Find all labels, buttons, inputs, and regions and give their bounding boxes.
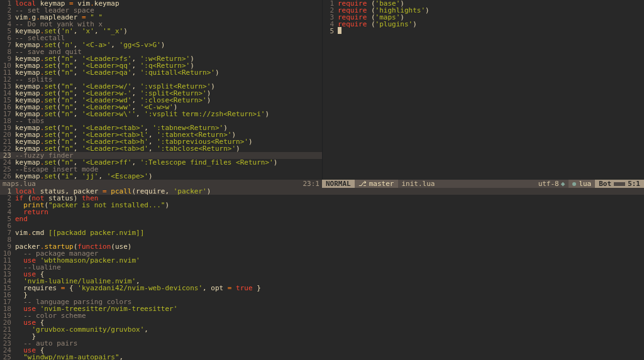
code-line[interactable]: 5end [0, 215, 644, 222]
code-line[interactable]: 4 return [0, 209, 644, 215]
text-cursor [338, 27, 341, 34]
encoding-label: utf-8 ◆ [535, 180, 569, 188]
code-line[interactable]: 21 'gruvbox-community/gruvbox', [0, 326, 644, 333]
code-line[interactable]: 4require ('plugins') [323, 21, 644, 28]
code-line[interactable]: 17keymap.set("n", '<Leader>w\'', ':vspli… [0, 111, 322, 117]
pane-plugins-lua[interactable]: 1local status, packer = pcall(require, '… [0, 188, 644, 360]
code-content [338, 27, 341, 35]
code-content: requires = { 'kyazdani42/nvim-web-devico… [15, 285, 261, 292]
code-content: keymap.set("i", 'jj', '<Escape>') [15, 173, 153, 180]
pane-init-lua[interactable]: 1require ('base')2require ('highlights')… [322, 0, 644, 180]
code-line[interactable]: 11 use 'wbthomason/packer.nvim' [0, 257, 644, 264]
code-line[interactable]: 22 } [0, 333, 644, 340]
scroll-indicator-icon [614, 182, 625, 186]
position-label: Bot 5:1 [595, 180, 644, 188]
code-line[interactable]: 18 use 'nvim-treesitter/nvim-treesitter' [0, 305, 644, 312]
code-line[interactable]: 5 [323, 28, 644, 35]
mode-indicator: NORMAL [322, 180, 355, 188]
branch-icon: ⎇ [358, 180, 367, 187]
unix-icon: ◆ [561, 180, 565, 187]
cursor-pos-label: 23:1 [303, 180, 320, 187]
code-content: require ('plugins') [338, 21, 417, 28]
code-line[interactable]: 3 print("packer is not installed...") [0, 202, 644, 209]
filename-label: init.lua [398, 180, 439, 188]
code-line[interactable]: 23 -- auto pairs [0, 340, 644, 347]
lua-icon [572, 182, 576, 186]
line-number: 25 [1, 354, 15, 360]
statusline-init-active: NORMAL ⎇ master init.lua utf-8 ◆ lua Bot… [322, 180, 644, 188]
pane-maps-lua[interactable]: 1local keymap = vim.keymap2-- set leader… [0, 0, 322, 180]
code-line[interactable]: 15 requires = { 'kyazdani42/nvim-web-dev… [0, 285, 644, 292]
code-line[interactable]: 12 --lualine [0, 264, 644, 271]
line-number: 5 [324, 28, 338, 35]
code-content: keymap.set("n", '<Leader>w\'', ':vsplit … [15, 111, 269, 117]
code-line[interactable]: 7vim.cmd [[packadd packer.nvim]] [0, 229, 644, 236]
editor-root: 1local keymap = vim.keymap2-- set leader… [0, 0, 644, 360]
code-line[interactable]: 19 -- color scheme [0, 312, 644, 319]
line-number: 26 [1, 173, 15, 180]
code-line[interactable]: 25 "windwp/nvim-autopairs", [0, 354, 644, 360]
filetype-label: lua [569, 180, 595, 188]
code-content: "windwp/nvim-autopairs", [15, 354, 123, 360]
code-line[interactable]: 26keymap.set("i", 'jj', '<Escape>') [0, 173, 322, 180]
git-branch: ⎇ master [355, 180, 398, 188]
code-content: end [15, 215, 28, 222]
code-content: vim.cmd [[packadd packer.nvim]] [15, 229, 144, 236]
filename-label: maps.lua [3, 180, 36, 187]
